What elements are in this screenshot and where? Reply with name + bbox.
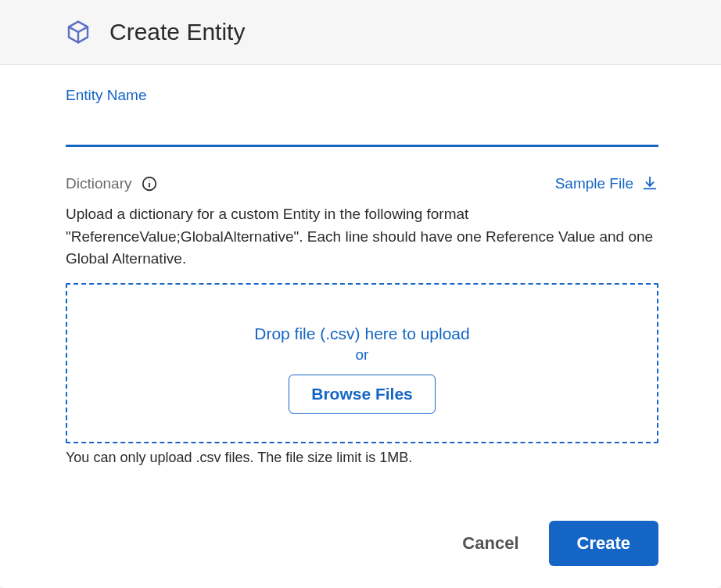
svg-point-2 xyxy=(149,180,150,181)
info-icon[interactable] xyxy=(141,175,158,192)
cancel-button[interactable]: Cancel xyxy=(454,522,526,565)
upload-helper-text: You can only upload .csv files. The file… xyxy=(66,450,658,466)
file-dropzone[interactable]: Drop file (.csv) here to upload or Brows… xyxy=(66,283,658,443)
dropzone-or: or xyxy=(356,346,369,364)
dropzone-text: Drop file (.csv) here to upload xyxy=(254,322,469,345)
sample-file-link[interactable]: Sample File xyxy=(555,175,658,192)
entity-name-field: Entity Name xyxy=(66,87,658,147)
dialog-header: Create Entity xyxy=(0,0,721,65)
sample-file-label: Sample File xyxy=(555,175,633,192)
entity-name-input[interactable] xyxy=(66,110,658,147)
create-entity-dialog: Create Entity Entity Name Dictionary Sam… xyxy=(0,0,721,588)
dictionary-description: Upload a dictionary for a custom Entity … xyxy=(66,203,658,271)
dictionary-label: Dictionary xyxy=(66,175,131,192)
download-icon xyxy=(641,175,658,192)
dictionary-section-header: Dictionary Sample File xyxy=(66,175,658,192)
entity-name-label: Entity Name xyxy=(66,87,658,104)
dialog-title: Create Entity xyxy=(109,19,245,45)
dialog-footer: Cancel Create xyxy=(0,505,721,588)
dictionary-label-group: Dictionary xyxy=(66,175,158,192)
create-button[interactable]: Create xyxy=(549,521,658,566)
dialog-body: Entity Name Dictionary Sample File xyxy=(0,65,721,505)
browse-files-button[interactable]: Browse Files xyxy=(289,375,436,414)
cube-icon xyxy=(66,20,91,45)
